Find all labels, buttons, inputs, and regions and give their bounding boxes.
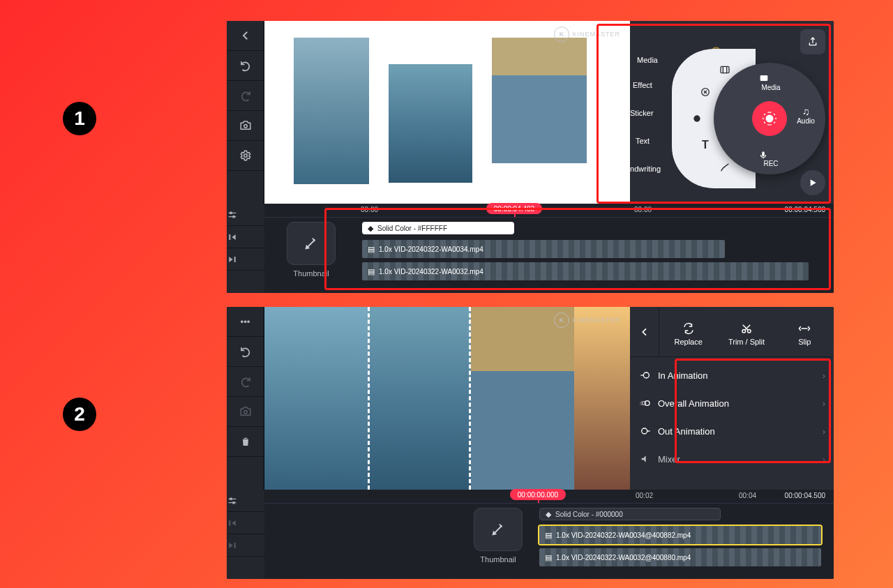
- undo-button[interactable]: [227, 337, 264, 367]
- thumbnail-picker[interactable]: Thumbnail: [460, 508, 536, 564]
- timeline[interactable]: 00:00 00:08 00:00:04.500 00:00:04.483 Th…: [227, 204, 834, 293]
- clip-video-2[interactable]: ▤1.0x VID-20240322-WA0032@400880.mp4: [539, 548, 821, 566]
- wheel-record-hub[interactable]: [752, 101, 787, 136]
- svg-point-19: [642, 428, 647, 434]
- fan-text-button[interactable]: T: [696, 135, 715, 155]
- clip-options-panel: Replace Trim / Split Slip In Animation›: [630, 307, 834, 490]
- svg-rect-6: [762, 151, 765, 156]
- tl-jump-end-button[interactable]: [227, 248, 264, 271]
- in-animation-row[interactable]: In Animation›: [630, 361, 834, 389]
- preview-image-3: [471, 307, 574, 490]
- preview-image-1: [264, 307, 368, 490]
- preview-area[interactable]: KKINEMASTER: [264, 21, 630, 204]
- fan-effect-button[interactable]: [696, 82, 715, 102]
- timeline-ruler[interactable]: 00:00 00:08 00:00:04.500 00:00:04.483: [264, 204, 834, 218]
- time-marker-2s: 00:02: [636, 492, 653, 499]
- svg-point-7: [766, 115, 774, 123]
- preview-area[interactable]: KKINEMASTER: [264, 307, 630, 490]
- step-badge-1: 1: [63, 102, 96, 135]
- left-rail: •••: [227, 307, 264, 490]
- options-back-button[interactable]: [630, 307, 659, 356]
- svg-rect-5: [760, 75, 768, 81]
- chevron-right-icon: ›: [823, 426, 825, 437]
- kinemaster-watermark: KKINEMASTER: [554, 312, 620, 328]
- replace-button[interactable]: Replace: [659, 307, 717, 356]
- tl-jump-start-button[interactable]: [227, 512, 264, 534]
- fan-label-sticker: Sticker: [630, 109, 654, 117]
- svg-rect-10: [229, 234, 230, 240]
- svg-rect-11: [234, 257, 236, 262]
- svg-point-12: [243, 411, 247, 414]
- clip-solid-color[interactable]: ◆Solid Color - #000000: [539, 508, 721, 520]
- mixer-icon: [640, 453, 658, 465]
- clip-video-1-selected[interactable]: ▤1.0x VID-20240322-WA0034@400882.mp4: [539, 526, 821, 544]
- editor-panel-1: KKINEMASTER ♛ Media Effect Sticker Text …: [227, 21, 834, 293]
- fan-label-text: Text: [636, 137, 650, 145]
- playhead-time: 00:00:04.483: [486, 203, 542, 214]
- timeline[interactable]: 00:02 00:04 00:00:04.500 00:00:00.000 Th…: [227, 490, 834, 579]
- undo-button[interactable]: [227, 51, 264, 81]
- settings-button[interactable]: [227, 141, 264, 171]
- tl-sliders-button[interactable]: [227, 204, 264, 226]
- share-button[interactable]: [800, 29, 825, 54]
- clip-video-1[interactable]: ▤1.0x VID-20240322-WA0034.mp4: [362, 240, 725, 258]
- project-duration: 00:00:04.500: [785, 206, 825, 213]
- layer-wheel-panel: ♛ Media Effect Sticker Text Handwriting …: [630, 21, 834, 204]
- out-animation-row[interactable]: Out Animation›: [630, 417, 834, 445]
- redo-button[interactable]: [227, 81, 264, 111]
- editor-panel-2: ••• KKINEMASTER Replace: [227, 307, 834, 579]
- tl-jump-end-button[interactable]: [227, 534, 264, 557]
- playhead-time: 00:00:00.000: [510, 489, 566, 500]
- timeline-rail: [227, 204, 264, 293]
- capture-button[interactable]: [227, 397, 264, 427]
- svg-point-4: [693, 115, 700, 121]
- left-rail: [227, 21, 264, 204]
- svg-point-8: [230, 212, 232, 214]
- preview-image-2-selected[interactable]: [368, 307, 471, 490]
- svg-point-21: [233, 502, 235, 504]
- out-animation-icon: [640, 425, 658, 437]
- fan-label-handwriting: Handwriting: [620, 165, 661, 173]
- svg-point-20: [230, 498, 232, 500]
- preview-image-3: [492, 38, 587, 163]
- wheel-rec-button[interactable]: REC: [758, 150, 783, 167]
- capture-button[interactable]: [227, 111, 264, 141]
- svg-rect-23: [234, 543, 236, 548]
- tl-sliders-button[interactable]: [227, 490, 264, 512]
- slip-button[interactable]: Slip: [776, 307, 834, 356]
- thumbnail-picker[interactable]: Thumbnail: [273, 222, 350, 278]
- timeline-ruler[interactable]: 00:02 00:04 00:00:04.500 00:00:00.000: [264, 490, 834, 504]
- delete-button[interactable]: [227, 427, 264, 457]
- overall-animation-row[interactable]: Overall Animation›: [630, 389, 834, 417]
- chevron-right-icon: ›: [823, 454, 825, 465]
- kinemaster-watermark: KKINEMASTER: [554, 27, 620, 42]
- trim-split-button[interactable]: Trim / Split: [717, 307, 775, 356]
- wheel-audio-button[interactable]: ♫Audio: [793, 106, 818, 125]
- time-marker-8s: 00:08: [634, 206, 652, 213]
- svg-point-1: [243, 154, 247, 158]
- playhead[interactable]: 00:00:00.000: [538, 490, 539, 503]
- step-badge-2: 2: [63, 398, 96, 431]
- clip-video-2[interactable]: ▤1.0x VID-20240322-WA0032.mp4: [362, 262, 809, 280]
- svg-point-15: [643, 372, 649, 378]
- mixer-row[interactable]: Mixer›: [630, 445, 834, 473]
- preview-image-4: [574, 307, 630, 490]
- fan-label-effect: Effect: [633, 81, 652, 89]
- preview-image-2: [389, 64, 472, 183]
- more-button[interactable]: •••: [227, 307, 264, 337]
- fan-sticker-button[interactable]: [687, 109, 707, 128]
- redo-button[interactable]: [227, 367, 264, 397]
- svg-point-9: [233, 216, 235, 218]
- playhead[interactable]: 00:00:04.483: [514, 204, 516, 217]
- time-marker-4s: 00:04: [739, 492, 756, 499]
- tl-jump-start-button[interactable]: [227, 226, 264, 248]
- svg-rect-22: [229, 520, 230, 526]
- clip-solid-color[interactable]: ◆Solid Color - #FFFFFF: [362, 222, 514, 234]
- fan-label-media: Media: [637, 56, 658, 64]
- svg-point-0: [243, 125, 247, 128]
- time-marker-start: 00:00: [361, 206, 378, 213]
- chevron-right-icon: ›: [823, 398, 825, 409]
- wheel-media-button[interactable]: Media: [758, 73, 783, 91]
- back-button[interactable]: [227, 21, 264, 51]
- play-button[interactable]: [800, 170, 825, 195]
